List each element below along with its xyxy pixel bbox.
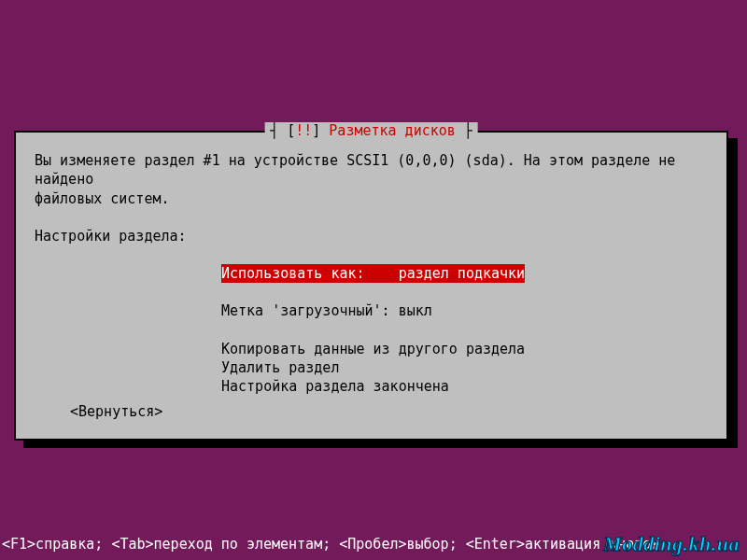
body-text-line2: файловых систем. [35,189,708,208]
options-list: Использовать как: раздел подкачки Метка … [221,264,708,396]
option-bootable-flag[interactable]: Метка 'загрузочный': выкл [221,301,708,320]
option-copy-data[interactable]: Копировать данные из другого раздела [221,340,708,358]
option-done-setup[interactable]: Настройка раздела закончена [221,377,708,396]
option-use-as[interactable]: Использовать как: раздел подкачки [221,264,525,283]
dialog-title: ┤ [!!] Разметка дисков ├ [264,122,478,139]
title-bracket-mid: ] [312,122,329,139]
option-delete-partition[interactable]: Удалить раздел [221,358,708,377]
title-bracket-close: ├ [456,122,472,139]
back-button[interactable]: <Вернуться> [70,403,162,420]
dialog-body: Вы изменяете раздел #1 на устройстве SCS… [16,133,726,405]
use-as-label: Использовать как: [221,265,399,282]
title-text: Разметка дисков [329,122,455,139]
bootable-label: Метка 'загрузочный': [221,302,399,319]
use-as-value: раздел подкачки [399,265,525,282]
settings-heading: Настройки раздела: [35,227,708,245]
watermark: Modding.kh.ua [603,532,740,556]
bootable-value: выкл [399,302,432,319]
title-excl: !! [295,122,312,139]
partition-dialog: ┤ [!!] Разметка дисков ├ Вы изменяете ра… [14,131,728,441]
body-text-line1: Вы изменяете раздел #1 на устройстве SCS… [35,151,708,189]
title-bracket-open: ┤ [ [270,122,295,139]
